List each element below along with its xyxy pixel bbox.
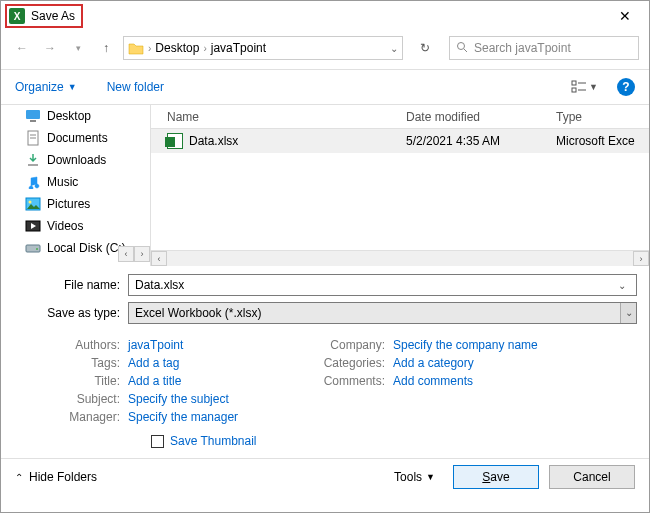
save-button[interactable]: Save	[453, 465, 539, 489]
hide-folders-button[interactable]: ⌃ Hide Folders	[15, 470, 97, 484]
svg-point-16	[36, 248, 38, 250]
organize-label: Organize	[15, 80, 64, 94]
tags-value[interactable]: Add a tag	[128, 356, 179, 370]
thumbnail-row: Save Thumbnail	[1, 424, 649, 458]
up-button[interactable]: ↑	[95, 37, 117, 59]
subject-value[interactable]: Specify the subject	[128, 392, 229, 406]
tree-downloads[interactable]: Downloads	[1, 149, 150, 171]
tree-desktop[interactable]: Desktop	[1, 105, 150, 127]
savetype-select[interactable]: Excel Workbook (*.xlsx) ⌄	[128, 302, 637, 324]
tree-documents[interactable]: Documents	[1, 127, 150, 149]
crumb-current[interactable]: javaTpoint	[211, 41, 266, 55]
company-value[interactable]: Specify the company name	[393, 338, 538, 352]
title-highlight: X Save As	[5, 4, 83, 28]
forward-button[interactable]: →	[39, 37, 61, 59]
cancel-label: Cancel	[573, 470, 610, 484]
svg-line-1	[464, 49, 467, 52]
music-icon	[25, 174, 41, 190]
file-date: 5/2/2021 4:35 AM	[406, 134, 556, 148]
svg-rect-6	[26, 110, 40, 119]
tree-hscroll[interactable]: ‹ ›	[118, 246, 150, 262]
filename-input[interactable]: ⌄	[128, 274, 637, 296]
scroll-track[interactable]	[167, 251, 633, 266]
tree-pictures[interactable]: Pictures	[1, 193, 150, 215]
col-name[interactable]: Name	[151, 110, 406, 124]
pictures-icon	[25, 196, 41, 212]
new-folder-button[interactable]: New folder	[107, 80, 164, 94]
categories-value[interactable]: Add a category	[393, 356, 474, 370]
toolbar: Organize ▼ New folder ▼ ?	[1, 70, 649, 104]
excel-icon: X	[9, 8, 25, 24]
nav-bar: ← → ▾ ↑ › Desktop › javaTpoint ⌄ ↻ Searc…	[1, 31, 649, 65]
filename-field[interactable]	[135, 278, 614, 292]
chevron-down-icon[interactable]: ⌄	[614, 280, 630, 291]
tree-music[interactable]: Music	[1, 171, 150, 193]
window-title: Save As	[31, 9, 75, 23]
col-type[interactable]: Type	[556, 110, 649, 124]
tree-label: Desktop	[47, 109, 91, 123]
manager-label: Manager:	[13, 410, 128, 424]
chevron-down-icon[interactable]: ⌄	[620, 303, 636, 323]
scroll-left-icon[interactable]: ‹	[151, 251, 167, 266]
scroll-left-icon[interactable]: ‹	[118, 246, 134, 262]
file-hscroll[interactable]: ‹ ›	[151, 250, 649, 266]
search-input[interactable]: Search javaTpoint	[449, 36, 639, 60]
authors-label: Authors:	[13, 338, 128, 352]
svg-rect-7	[30, 120, 36, 122]
documents-icon	[25, 130, 41, 146]
title-value[interactable]: Add a title	[128, 374, 181, 388]
comments-value[interactable]: Add comments	[393, 374, 473, 388]
tools-label: Tools	[394, 470, 422, 484]
authors-value[interactable]: javaTpoint	[128, 338, 183, 352]
chevron-down-icon: ▼	[68, 82, 77, 92]
back-button[interactable]: ←	[11, 37, 33, 59]
search-icon	[456, 41, 468, 56]
folder-tree[interactable]: Desktop Documents Downloads Music Pictur…	[1, 105, 151, 266]
file-list: Name Date modified Type Data.xlsx 5/2/20…	[151, 105, 649, 266]
tree-label: Videos	[47, 219, 83, 233]
titlebar: X Save As ✕	[1, 1, 649, 31]
view-options[interactable]: ▼	[566, 77, 603, 97]
categories-label: Categories:	[313, 356, 393, 370]
new-folder-label: New folder	[107, 80, 164, 94]
tree-videos[interactable]: Videos	[1, 215, 150, 237]
excel-file-icon	[167, 133, 183, 149]
chevron-down-icon: ▼	[426, 472, 435, 482]
tree-label: Pictures	[47, 197, 90, 211]
breadcrumb[interactable]: › Desktop › javaTpoint ⌄	[123, 36, 403, 60]
breadcrumb-dropdown[interactable]: ⌄	[390, 43, 398, 54]
downloads-icon	[25, 152, 41, 168]
file-name: Data.xlsx	[189, 134, 238, 148]
tags-label: Tags:	[13, 356, 128, 370]
savetype-value: Excel Workbook (*.xlsx)	[135, 306, 261, 320]
tools-menu[interactable]: Tools ▼	[394, 470, 435, 484]
tree-label: Documents	[47, 131, 108, 145]
crumb-desktop[interactable]: Desktop	[155, 41, 199, 55]
company-label: Company:	[313, 338, 393, 352]
refresh-button[interactable]: ↻	[413, 36, 437, 60]
thumbnail-checkbox[interactable]	[151, 435, 164, 448]
organize-menu[interactable]: Organize ▼	[15, 80, 77, 94]
help-button[interactable]: ?	[617, 78, 635, 96]
search-placeholder: Search javaTpoint	[474, 41, 571, 55]
col-date[interactable]: Date modified	[406, 110, 556, 124]
cancel-button[interactable]: Cancel	[549, 465, 635, 489]
footer: ⌃ Hide Folders Tools ▼ Save Cancel	[1, 458, 649, 499]
save-form: File name: ⌄ Save as type: Excel Workboo…	[1, 266, 649, 334]
file-row[interactable]: Data.xlsx 5/2/2021 4:35 AM Microsoft Exc…	[151, 129, 649, 153]
tree-label: Local Disk (C:)	[47, 241, 126, 255]
tree-label: Music	[47, 175, 78, 189]
manager-value[interactable]: Specify the manager	[128, 410, 238, 424]
tree-label: Downloads	[47, 153, 106, 167]
column-headers: Name Date modified Type	[151, 105, 649, 129]
svg-point-13	[29, 201, 32, 204]
thumbnail-label[interactable]: Save Thumbnail	[170, 434, 257, 448]
recent-dropdown[interactable]: ▾	[67, 37, 89, 59]
scroll-right-icon[interactable]: ›	[134, 246, 150, 262]
scroll-right-icon[interactable]: ›	[633, 251, 649, 266]
metadata: Authors:javaTpoint Tags:Add a tag Title:…	[1, 334, 649, 424]
svg-rect-2	[572, 81, 576, 85]
close-button[interactable]: ✕	[605, 1, 645, 31]
svg-rect-3	[572, 88, 576, 92]
chevron-up-icon: ⌃	[15, 472, 23, 483]
